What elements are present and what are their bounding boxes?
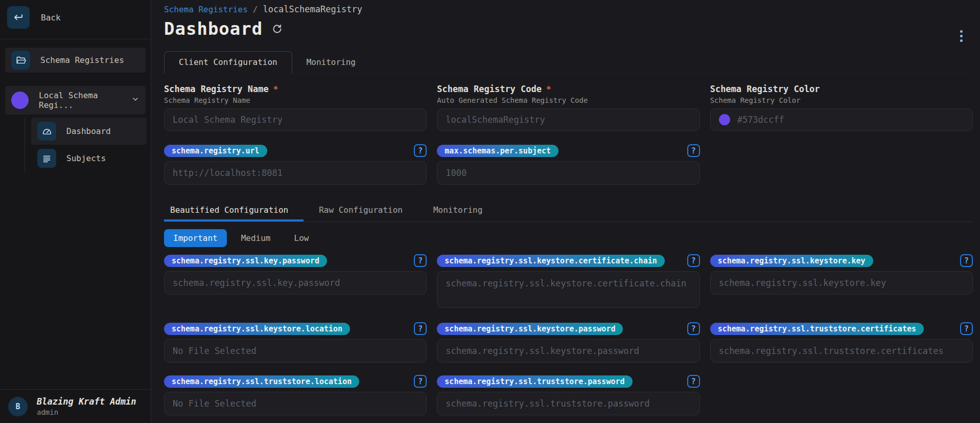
sidebar-spacer: [0, 172, 151, 389]
required-marker: *: [546, 84, 551, 94]
ssl-truststore-certificates-input[interactable]: [719, 346, 964, 356]
field-registry-name: Schema Registry Name* Schema Registry Na…: [164, 84, 427, 131]
ssl-truststore-location-file-input[interactable]: [173, 398, 418, 409]
sidebar-item-label: Schema Registries: [40, 55, 124, 65]
schema-registry-url-input[interactable]: [173, 168, 418, 178]
registry-color-input[interactable]: [737, 115, 964, 125]
page-title: Dashboard: [164, 18, 263, 39]
help-icon[interactable]: ?: [414, 375, 427, 388]
color-swatch: [719, 114, 730, 125]
help-icon[interactable]: ?: [414, 144, 427, 157]
field-helper: Auto Generated Schema Registry Code: [437, 96, 699, 104]
ssl-keystore-location-file-input[interactable]: [173, 346, 418, 356]
ssl-keystore-key-input[interactable]: [719, 278, 964, 288]
user-name: Blazing Kraft Admin: [37, 396, 136, 407]
tab-client-configuration[interactable]: Client Configuration: [164, 51, 292, 74]
field-label: Schema Registry Code: [437, 84, 542, 94]
config-key-badge: schema.registry.ssl.truststore.password: [437, 375, 632, 388]
title-row: Dashboard: [164, 18, 973, 39]
registry-name-input[interactable]: [173, 115, 418, 125]
importance-filter: Important Medium Low: [164, 229, 973, 247]
config-key-badge: schema.registry.ssl.truststore.certifica…: [710, 323, 924, 335]
help-icon[interactable]: ?: [687, 254, 700, 267]
breadcrumb-separator: /: [253, 5, 258, 14]
main-tabs: Client Configuration Monitoring: [164, 51, 973, 74]
subtab-raw-configuration[interactable]: Raw Configuration: [304, 200, 418, 221]
config-field-ssl-keystore-password: schema.registry.ssl.keystore.password ?: [437, 322, 699, 363]
main-content: Schema Registries / localSchemaRegistry …: [151, 0, 980, 423]
sidebar-item-subjects[interactable]: Subjects: [31, 145, 147, 172]
subtab-monitoring[interactable]: Monitoring: [418, 200, 498, 221]
back-button[interactable]: Back: [7, 6, 144, 29]
registry-code-input[interactable]: [446, 115, 691, 125]
breadcrumb-current: localSchemaRegistry: [263, 4, 362, 14]
config-field-max-schemas: max.schemas.per.subject ?: [437, 144, 699, 185]
app-window: Back Schema Registries Local Schema Regi…: [0, 0, 980, 423]
sidebar-registry-selector[interactable]: Local Schema Regi...: [5, 86, 146, 115]
pill-medium[interactable]: Medium: [232, 229, 280, 247]
pill-important[interactable]: Important: [164, 229, 227, 247]
config-field-ssl-keystore-location: schema.registry.ssl.keystore.location ?: [164, 322, 427, 363]
ssl-key-password-input[interactable]: [173, 278, 418, 288]
field-helper: Schema Registry Color: [710, 96, 973, 104]
subjects-list-icon: [37, 149, 56, 168]
field-registry-color: Schema Registry Color Schema Registry Co…: [710, 84, 973, 131]
back-arrow-icon: [7, 6, 30, 29]
user-role: admin: [37, 408, 136, 416]
ssl-config-grid: schema.registry.ssl.key.password ? schem…: [164, 254, 973, 415]
max-schemas-input[interactable]: [446, 168, 691, 178]
help-icon[interactable]: ?: [960, 322, 973, 335]
field-registry-code: Schema Registry Code* Auto Generated Sch…: [437, 84, 699, 131]
sidebar-item-label: Subjects: [66, 153, 106, 163]
chevron-down-icon: [131, 95, 139, 105]
sidebar-item-dashboard[interactable]: Dashboard: [31, 118, 147, 145]
required-marker: *: [273, 84, 278, 94]
field-label: Schema Registry Color: [710, 84, 820, 94]
sidebar-item-label: Dashboard: [66, 126, 111, 136]
config-field-ssl-truststore-location: schema.registry.ssl.truststore.location …: [164, 375, 427, 415]
config-key-badge: schema.registry.url: [164, 145, 267, 157]
kebab-menu-icon[interactable]: [958, 28, 965, 44]
refresh-icon[interactable]: [272, 24, 283, 34]
pill-low[interactable]: Low: [285, 229, 318, 247]
config-field-ssl-keystore-certificate-chain: schema.registry.ssl.keystore.certificate…: [437, 254, 699, 310]
field-label: Schema Registry Name: [164, 84, 269, 94]
config-key-badge: schema.registry.ssl.keystore.certificate…: [437, 255, 664, 267]
sidebar: Back Schema Registries Local Schema Regi…: [0, 0, 151, 423]
help-icon[interactable]: ?: [414, 322, 427, 335]
help-icon[interactable]: ?: [687, 375, 700, 388]
config-key-badge: schema.registry.ssl.keystore.location: [164, 323, 350, 335]
registry-fields: Schema Registry Name* Schema Registry Na…: [164, 84, 973, 131]
registry-color-picker[interactable]: [710, 108, 973, 131]
help-icon[interactable]: ?: [687, 322, 700, 335]
common-config: schema.registry.url ? max.schemas.per.su…: [164, 144, 973, 185]
config-key-badge: schema.registry.ssl.key.password: [164, 255, 327, 267]
config-field-ssl-key-password: schema.registry.ssl.key.password ?: [164, 254, 427, 310]
config-field-schema-registry-url: schema.registry.url ?: [164, 144, 427, 185]
ssl-truststore-password-input[interactable]: [446, 398, 691, 409]
config-key-badge: max.schemas.per.subject: [437, 145, 558, 157]
user-profile[interactable]: B Blazing Kraft Admin admin: [0, 390, 151, 423]
help-icon[interactable]: ?: [414, 254, 427, 267]
config-field-ssl-truststore-certificates: schema.registry.ssl.truststore.certifica…: [710, 322, 973, 363]
subtab-beautified-configuration[interactable]: Beautified Configuration: [164, 200, 304, 221]
user-avatar: B: [8, 397, 28, 416]
back-label: Back: [41, 13, 61, 23]
sidebar-item-schema-registries[interactable]: Schema Registries: [5, 48, 146, 73]
help-icon[interactable]: ?: [687, 144, 700, 157]
registry-subnav: Dashboard Subjects: [25, 118, 151, 172]
field-helper: Schema Registry Name: [164, 96, 427, 104]
breadcrumb: Schema Registries / localSchemaRegistry: [164, 4, 973, 14]
registry-name: Local Schema Regi...: [39, 91, 121, 110]
config-field-ssl-keystore-key: schema.registry.ssl.keystore.key ?: [710, 254, 973, 310]
ssl-keystore-certificate-chain-input[interactable]: [437, 271, 699, 308]
help-icon[interactable]: ?: [960, 254, 973, 267]
config-key-badge: schema.registry.ssl.truststore.location: [164, 375, 359, 388]
dashboard-gauge-icon: [37, 122, 56, 141]
sidebar-divider-top: [0, 39, 151, 39]
breadcrumb-link[interactable]: Schema Registries: [164, 5, 248, 14]
tab-monitoring[interactable]: Monitoring: [292, 52, 370, 73]
configuration-tabs: Beautified Configuration Raw Configurati…: [164, 200, 973, 222]
registry-avatar: [11, 92, 29, 109]
ssl-keystore-password-input[interactable]: [446, 346, 691, 356]
